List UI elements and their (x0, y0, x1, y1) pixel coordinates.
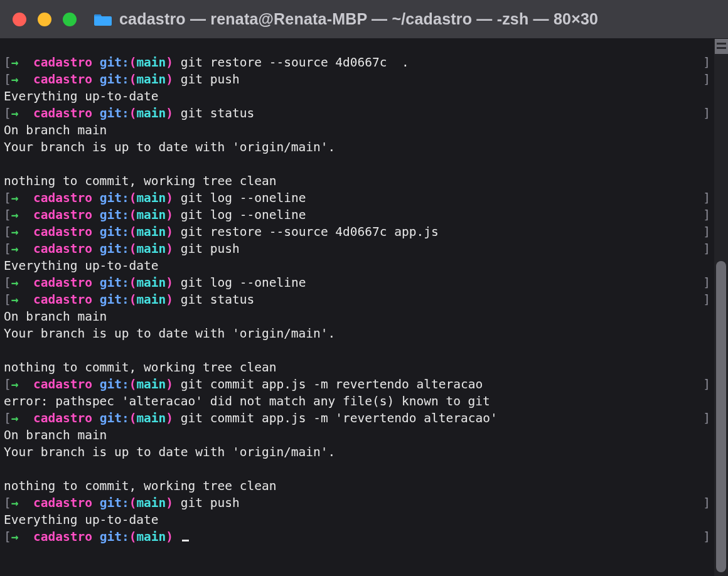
prompt-dir: cadastro (33, 292, 92, 307)
prompt-rparen: ) (166, 530, 173, 544)
blank-line (4, 342, 710, 359)
prompt-git-label: git: (100, 106, 129, 120)
prompt-arrow-icon: → (11, 242, 19, 256)
prompt-branch: main (136, 106, 166, 120)
prompt-rparen: ) (166, 225, 173, 239)
output-line: Your branch is up to date with 'origin/m… (4, 325, 710, 342)
prompt-branch: main (136, 191, 166, 205)
command-text: git push (173, 496, 240, 510)
output-line: Your branch is up to date with 'origin/m… (4, 139, 710, 156)
output-line: On branch main (4, 427, 710, 444)
prompt-rparen: ) (166, 275, 173, 290)
output-line: nothing to commit, working tree clean (4, 173, 710, 189)
prompt-git-label: git: (100, 496, 129, 510)
prompt-lparen: ( (129, 191, 137, 205)
prompt-branch: main (136, 377, 166, 392)
prompt-lparen: ( (129, 106, 137, 120)
prompt-dir: cadastro (33, 275, 92, 290)
left-bracket: [ (4, 55, 11, 70)
maximize-icon[interactable] (63, 13, 77, 26)
prompt-lparen: ( (129, 208, 137, 222)
scrollbar-thumb[interactable] (716, 261, 726, 572)
prompt-arrow-icon: → (11, 191, 19, 205)
command-text: git commit app.js -m 'revertendo alterac… (173, 411, 498, 425)
prompt-git-label: git: (100, 411, 129, 425)
prompt-lparen: ( (129, 72, 137, 87)
scrollbar-track[interactable] (714, 54, 728, 576)
command-text: git restore --source 4d0667c . (173, 55, 409, 70)
prompt-rparen: ) (166, 72, 173, 87)
prompt-lparen: ( (129, 242, 137, 256)
output-line: error: pathspec 'alteracao' did not matc… (4, 393, 710, 410)
output-line: Your branch is up to date with 'origin/m… (4, 444, 710, 461)
prompt-git-label: git: (100, 292, 129, 307)
prompt-arrow-icon: → (11, 72, 19, 87)
blank-line (4, 156, 710, 173)
command-text: git restore --source 4d0667c app.js (173, 225, 439, 239)
right-side-tab-icon[interactable] (714, 39, 728, 54)
traffic-lights (13, 13, 77, 26)
window-title: cadastro — renata@Renata-MBP — ~/cadastr… (119, 10, 598, 28)
command-text: git status (173, 292, 254, 307)
prompt-rparen: ) (166, 496, 173, 510)
prompt-lparen: ( (129, 377, 137, 392)
left-bracket: [ (4, 411, 11, 425)
prompt-branch: main (136, 496, 166, 510)
prompt-dir: cadastro (33, 191, 92, 205)
prompt-lparen: ( (129, 292, 137, 307)
left-bracket: [ (4, 106, 11, 120)
left-bracket: [ (4, 292, 11, 307)
command-text: git push (173, 242, 240, 256)
command-text: git log --oneline (173, 191, 306, 205)
prompt-line: [→ cadastro git:(main) git status (4, 105, 710, 122)
prompt-git-label: git: (100, 377, 129, 392)
prompt-rparen: ) (166, 411, 173, 425)
blank-line (4, 461, 710, 477)
prompt-line-active: [→ cadastro git:(main) (4, 528, 710, 545)
prompt-rparen: ) (166, 106, 173, 120)
prompt-arrow-icon: → (11, 106, 19, 120)
prompt-branch: main (136, 530, 166, 544)
prompt-arrow-icon: → (11, 275, 19, 290)
title-wrap: cadastro — renata@Renata-MBP — ~/cadastr… (94, 10, 598, 28)
prompt-branch: main (136, 72, 166, 87)
prompt-line: [→ cadastro git:(main) git log --oneline (4, 189, 710, 206)
close-icon[interactable] (13, 13, 26, 26)
text-cursor-icon (182, 540, 189, 541)
terminal-output[interactable]: [→ cadastro git:(main) git restore --sou… (0, 39, 714, 545)
folder-icon (94, 12, 112, 27)
command-text: git log --oneline (173, 275, 306, 290)
prompt-rparen: ) (166, 377, 173, 392)
prompt-line: [→ cadastro git:(main) git commit app.js… (4, 410, 710, 427)
prompt-line: [→ cadastro git:(main) git push (4, 494, 710, 511)
prompt-rparen: ) (166, 208, 173, 222)
prompt-arrow-icon: → (11, 530, 19, 544)
left-bracket: [ (4, 275, 11, 290)
prompt-arrow-icon: → (11, 411, 19, 425)
left-bracket: [ (4, 72, 11, 87)
prompt-rparen: ) (166, 55, 173, 70)
prompt-dir: cadastro (33, 377, 92, 392)
left-bracket: [ (4, 530, 11, 544)
prompt-lparen: ( (129, 225, 137, 239)
prompt-line: [→ cadastro git:(main) git restore --sou… (4, 54, 710, 71)
prompt-arrow-icon: → (11, 208, 19, 222)
prompt-git-label: git: (100, 55, 129, 70)
output-line: On branch main (4, 308, 710, 325)
command-text: git log --oneline (173, 208, 306, 222)
prompt-git-label: git: (100, 225, 129, 239)
prompt-dir: cadastro (33, 55, 92, 70)
prompt-branch: main (136, 242, 166, 256)
prompt-line: [→ cadastro git:(main) git restore --sou… (4, 223, 710, 240)
output-line: Everything up-to-date (4, 257, 710, 274)
prompt-line: [→ cadastro git:(main) git status (4, 291, 710, 308)
output-line: nothing to commit, working tree clean (4, 477, 710, 494)
prompt-lparen: ( (129, 496, 137, 510)
prompt-rparen: ) (166, 292, 173, 307)
prompt-lparen: ( (129, 530, 137, 544)
prompt-line: [→ cadastro git:(main) git log --oneline (4, 206, 710, 223)
prompt-dir: cadastro (33, 530, 92, 544)
prompt-branch: main (136, 275, 166, 290)
minimize-icon[interactable] (38, 13, 51, 26)
prompt-git-label: git: (100, 208, 129, 222)
